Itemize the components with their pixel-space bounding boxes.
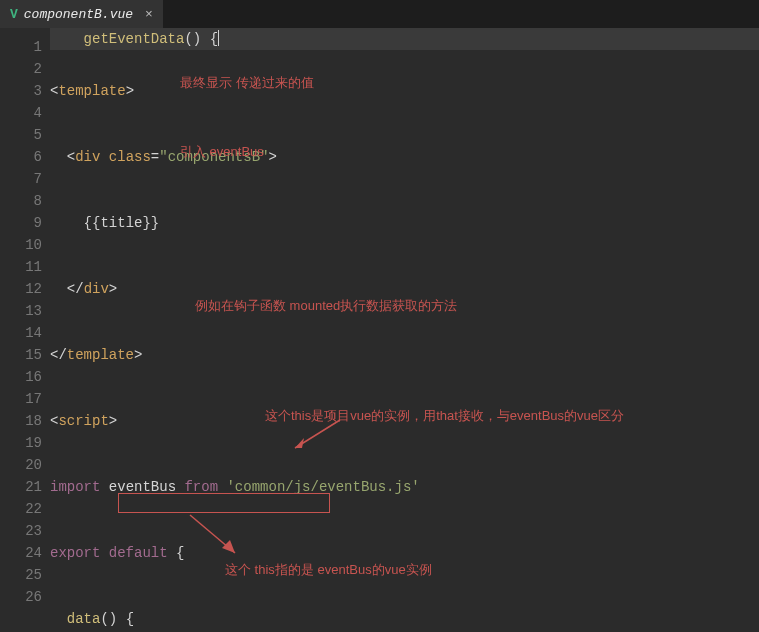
line-number: 2 bbox=[0, 58, 42, 80]
line-number: 26 bbox=[0, 586, 42, 608]
line-number: 25 bbox=[0, 564, 42, 586]
line-number: 22 bbox=[0, 498, 42, 520]
line-number: 9 bbox=[0, 212, 42, 234]
code-line[interactable]: <template> bbox=[50, 80, 759, 102]
code-line[interactable]: {{title}} bbox=[50, 212, 759, 234]
vue-file-icon: V bbox=[10, 7, 18, 22]
code-line[interactable]: <script> bbox=[50, 410, 759, 432]
line-number: 17 bbox=[0, 388, 42, 410]
line-number: 15 bbox=[0, 344, 42, 366]
tab-bar: V componentB.vue × bbox=[0, 0, 759, 28]
line-number: 21 bbox=[0, 476, 42, 498]
line-number: 24 bbox=[0, 542, 42, 564]
file-tab[interactable]: V componentB.vue × bbox=[0, 0, 163, 28]
code-line[interactable]: data() { bbox=[50, 608, 759, 630]
line-number: 5 bbox=[0, 124, 42, 146]
line-number: 11 bbox=[0, 256, 42, 278]
code-line[interactable]: </template> bbox=[50, 344, 759, 366]
line-number: 3 bbox=[0, 80, 42, 102]
code-line[interactable]: </div> bbox=[50, 278, 759, 300]
line-number: 7 bbox=[0, 168, 42, 190]
code-line[interactable]: import eventBus from 'common/js/eventBus… bbox=[50, 476, 759, 498]
tab-filename: componentB.vue bbox=[24, 7, 133, 22]
line-number: 19 bbox=[0, 432, 42, 454]
code-line-active[interactable]: getEventData() { bbox=[50, 28, 759, 50]
line-number: 16 bbox=[0, 366, 42, 388]
line-number: 10 bbox=[0, 234, 42, 256]
editor-area[interactable]: 1 2 3 4 5 6 7 8 9 10 11 12 13 14 15 16 1… bbox=[0, 28, 759, 632]
line-number: 13 bbox=[0, 300, 42, 322]
line-number: 20 bbox=[0, 454, 42, 476]
line-number-gutter: 1 2 3 4 5 6 7 8 9 10 11 12 13 14 15 16 1… bbox=[0, 28, 50, 632]
line-number: 18 bbox=[0, 410, 42, 432]
line-number: 4 bbox=[0, 102, 42, 124]
svg-marker-1 bbox=[295, 438, 304, 448]
close-icon[interactable]: × bbox=[145, 7, 153, 22]
line-number: 14 bbox=[0, 322, 42, 344]
code-line[interactable]: <div class="componentsB"> bbox=[50, 146, 759, 168]
line-number: 23 bbox=[0, 520, 42, 542]
code-content[interactable]: <template> <div class="componentsB"> {{t… bbox=[50, 28, 759, 632]
text-cursor bbox=[218, 30, 219, 46]
line-number: 1 bbox=[0, 36, 42, 58]
line-number: 12 bbox=[0, 278, 42, 300]
code-line[interactable]: export default { bbox=[50, 542, 759, 564]
line-number: 8 bbox=[0, 190, 42, 212]
line-number: 6 bbox=[0, 146, 42, 168]
